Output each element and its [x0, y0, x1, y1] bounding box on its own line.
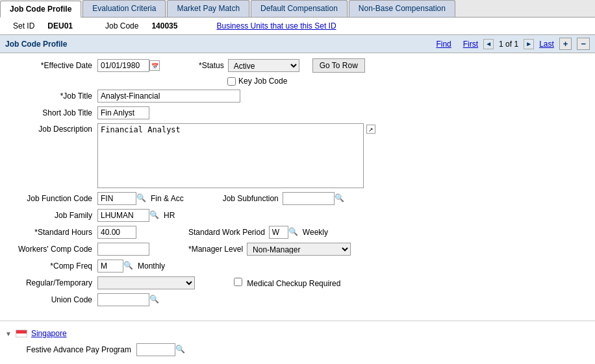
row-standard-hours: *Standard Hours Standard Work Period 🔍 W…	[13, 226, 582, 239]
job-description-textarea[interactable]: Financial Analyst	[97, 123, 364, 188]
medical-checkup-checkbox[interactable]	[234, 278, 242, 286]
page-info: 1 of 1	[499, 40, 518, 49]
row-effective-date: *Effective Date 📅 *Status Active Inactiv…	[13, 58, 582, 73]
regular-temporary-label: Regular/Temporary	[13, 278, 97, 287]
tab-market-pay-match[interactable]: Market Pay Match	[167, 0, 249, 17]
job-function-search-icon[interactable]: 🔍	[136, 193, 147, 204]
jobcode-value: 140035	[151, 21, 177, 30]
comp-freq-input[interactable]	[97, 260, 123, 273]
manager-level-label: *Manager Level	[188, 245, 243, 254]
last-link[interactable]: Last	[539, 40, 554, 49]
section-title: Job Code Profile	[5, 40, 67, 49]
singapore-flag	[16, 330, 27, 337]
standard-work-period-label: Standard Work Period	[188, 228, 265, 237]
nav-next-btn[interactable]: ►	[524, 39, 534, 49]
job-family-input[interactable]	[97, 209, 149, 222]
job-title-input[interactable]	[97, 90, 240, 103]
row-comp-freq: *Comp Freq 🔍 Monthly	[13, 260, 582, 273]
first-link[interactable]: First	[463, 40, 478, 49]
union-code-search-icon[interactable]: 🔍	[149, 295, 160, 305]
expand-icon[interactable]: ↗	[366, 125, 375, 134]
festive-advance-input[interactable]	[136, 343, 175, 356]
row-regular-temporary: Regular/Temporary Regular Temporary Medi…	[13, 276, 582, 289]
key-job-code-label: Key Job Code	[238, 77, 287, 86]
row-job-title: *Job Title	[13, 90, 582, 103]
comp-freq-text: Monthly	[138, 261, 165, 271]
standard-work-period-search-icon[interactable]: 🔍	[288, 227, 299, 237]
singapore-link[interactable]: Singapore	[31, 329, 67, 338]
comp-freq-label: *Comp Freq	[13, 261, 97, 271]
standard-hours-label: *Standard Hours	[13, 228, 97, 237]
medical-checkup-area: Medical Checkup Required	[234, 278, 340, 288]
row-workers-comp: Workers' Comp Code *Manager Level Non-Ma…	[13, 243, 582, 256]
arrow-icon: ▼	[5, 330, 12, 337]
jobcode-label: Job Code	[105, 21, 138, 30]
form-area: *Effective Date 📅 *Status Active Inactiv…	[0, 53, 595, 315]
standard-work-period-input[interactable]	[269, 226, 288, 239]
calendar-icon[interactable]: 📅	[149, 60, 160, 71]
business-units-link[interactable]: Business Units that use this Set ID	[216, 21, 336, 30]
delete-row-btn[interactable]: −	[577, 38, 590, 50]
job-function-text: Fin & Acc	[151, 194, 184, 203]
job-function-code-label: Job Function Code	[13, 194, 97, 203]
setid-label: Set ID	[13, 21, 34, 30]
status-label: *Status	[199, 61, 224, 70]
workers-comp-label: Workers' Comp Code	[13, 245, 97, 254]
find-link[interactable]: Find	[436, 40, 451, 49]
job-title-label: *Job Title	[13, 91, 97, 101]
nav-prev-btn[interactable]: ◄	[483, 39, 494, 49]
setid-bar: Set ID DEU01 Job Code 140035 Business Un…	[0, 18, 595, 34]
goto-row-btn[interactable]: Go To Row	[312, 58, 365, 73]
regular-temporary-select[interactable]: Regular Temporary	[97, 276, 195, 289]
comp-freq-search-icon[interactable]: 🔍	[123, 261, 134, 271]
short-job-title-label: Short Job Title	[13, 108, 97, 117]
tab-default-compensation[interactable]: Default Compensation	[251, 0, 348, 17]
row-job-description: Job Description Financial Analyst ↗	[13, 123, 582, 188]
tab-non-base-compensation[interactable]: Non-Base Compensation	[349, 0, 455, 17]
union-code-label: Union Code	[13, 295, 97, 304]
singapore-row: ▼ Singapore	[0, 326, 595, 341]
job-family-search-icon[interactable]: 🔍	[149, 210, 160, 221]
workers-comp-input[interactable]	[97, 243, 149, 256]
standard-hours-input[interactable]	[97, 226, 136, 239]
row-short-job-title: Short Job Title	[13, 106, 582, 119]
festive-advance-label: Festive Advance Pay Program	[13, 345, 136, 354]
job-subfunction-search-icon[interactable]: 🔍	[335, 193, 345, 204]
tab-bar: Job Code Profile Evaluation Criteria Mar…	[0, 0, 595, 18]
job-subfunction-label: Job Subfunction	[223, 194, 279, 203]
festive-advance-search-icon[interactable]: 🔍	[175, 345, 186, 355]
separator	[0, 321, 595, 321]
union-code-input[interactable]	[97, 293, 149, 306]
manager-level-select[interactable]: Non-Manager Manager	[247, 243, 351, 256]
standard-work-period-text: Weekly	[303, 228, 328, 237]
effective-date-input[interactable]	[97, 59, 149, 72]
job-subfunction-input[interactable]	[283, 192, 335, 205]
section-nav: Find First ◄ 1 of 1 ► Last + −	[436, 38, 590, 50]
section-header: Job Code Profile Find First ◄ 1 of 1 ► L…	[0, 34, 595, 53]
setid-value: DEU01	[47, 21, 73, 30]
row-union-code: Union Code 🔍	[13, 293, 582, 306]
effective-date-label: *Effective Date	[13, 61, 97, 70]
job-description-label: Job Description	[13, 123, 97, 134]
short-job-title-input[interactable]	[97, 106, 149, 119]
row-job-function: Job Function Code 🔍 Fin & Acc Job Subfun…	[13, 192, 582, 205]
medical-checkup-label: Medical Checkup Required	[247, 279, 340, 288]
job-family-label: Job Family	[13, 211, 97, 220]
row-festive-advance: Festive Advance Pay Program 🔍	[0, 343, 595, 356]
tab-evaluation-criteria[interactable]: Evaluation Criteria	[82, 0, 166, 17]
row-job-family: Job Family 🔍 HR	[13, 209, 582, 222]
key-job-code-checkbox[interactable]	[227, 77, 236, 86]
add-row-btn[interactable]: +	[559, 38, 572, 50]
tab-job-code-profile[interactable]: Job Code Profile	[0, 1, 81, 18]
job-function-code-input[interactable]	[97, 192, 136, 205]
row-key-job-code: Key Job Code	[227, 77, 582, 86]
status-select[interactable]: Active Inactive	[228, 59, 299, 72]
job-family-text: HR	[164, 211, 175, 220]
